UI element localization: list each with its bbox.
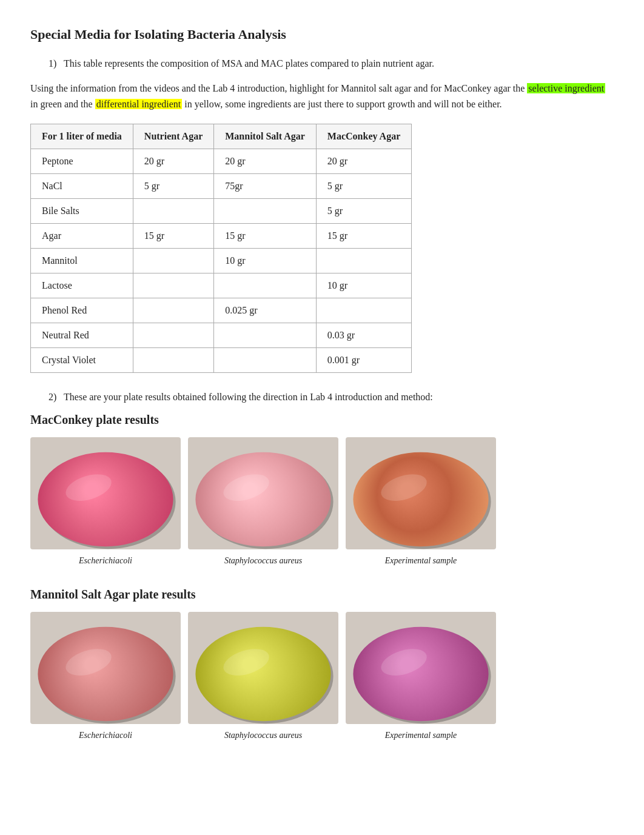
table-cell: Phenol Red [31, 298, 133, 323]
plate-image [346, 612, 496, 724]
plate-image [188, 437, 338, 549]
plate-item: Escherichiacoli [30, 612, 181, 742]
question-1: 1) This table represents the composition… [49, 56, 614, 71]
differential-ingredient-highlight: differential ingredient [95, 99, 183, 109]
plate-image [188, 612, 338, 724]
table-cell: 10 gr [214, 249, 317, 273]
table-cell: 0.025 gr [214, 298, 317, 323]
table-cell: 5 gr [133, 174, 213, 199]
question-2: 2) These are your plate results obtained… [49, 390, 614, 404]
table-cell: 0.001 gr [316, 348, 411, 373]
plate-label: Staphylococcus aureus [224, 554, 302, 567]
table-cell [133, 273, 213, 298]
table-cell: 20 gr [316, 149, 411, 174]
table-row: Mannitol10 gr [31, 249, 412, 273]
table-cell: 10 gr [316, 273, 411, 298]
plate-image [346, 437, 496, 549]
table-cell: Lactose [31, 273, 133, 298]
table-cell: 0.03 gr [316, 323, 411, 348]
table-header-cell: Mannitol Salt Agar [214, 124, 317, 149]
macconkey-plate-grid: EscherichiacoliStaphylococcus aureusExpe… [30, 437, 614, 567]
table-cell [133, 298, 213, 323]
mannitol-section: Mannitol Salt Agar plate results Escheri… [30, 585, 614, 742]
table-cell [316, 249, 411, 273]
table-cell [316, 298, 411, 323]
table-row: Bile Salts5 gr [31, 199, 412, 224]
table-header-cell: MacConkey Agar [316, 124, 411, 149]
table-cell [133, 249, 213, 273]
table-cell: 5 gr [316, 199, 411, 224]
table-cell [133, 348, 213, 373]
table-row: Crystal Violet0.001 gr [31, 348, 412, 373]
mannitol-title: Mannitol Salt Agar plate results [30, 585, 614, 603]
q2-label: 2) [49, 392, 56, 402]
table-cell [133, 199, 213, 224]
table-cell: NaCl [31, 174, 133, 199]
table-cell: 75gr [214, 174, 317, 199]
table-cell: 15 gr [133, 224, 213, 249]
table-cell [214, 348, 317, 373]
plate-item: Experimental sample [346, 612, 496, 742]
plate-label: Experimental sample [385, 554, 457, 567]
table-cell: Neutral Red [31, 323, 133, 348]
table-cell: Crystal Violet [31, 348, 133, 373]
table-row: Lactose10 gr [31, 273, 412, 298]
table-cell: Peptone [31, 149, 133, 174]
plate-image [30, 437, 181, 549]
table-cell: 15 gr [316, 224, 411, 249]
table-cell: 20 gr [214, 149, 317, 174]
table-row: Neutral Red0.03 gr [31, 323, 412, 348]
plate-image [30, 612, 181, 724]
selective-ingredient-highlight: selective ingredient [527, 83, 605, 93]
table-row: Phenol Red0.025 gr [31, 298, 412, 323]
q1-label: 1) [49, 58, 56, 69]
table-cell: 15 gr [214, 224, 317, 249]
plate-item: Staphylococcus aureus [188, 612, 338, 742]
table-cell [133, 323, 213, 348]
q2-text: These are your plate results obtained fo… [64, 392, 433, 402]
table-cell [214, 323, 317, 348]
page-title: Special Media for Isolating Bacteria Ana… [30, 24, 614, 44]
table-row: Agar15 gr15 gr15 gr [31, 224, 412, 249]
plate-label: Experimental sample [385, 729, 457, 742]
intro-paragraph: Using the information from the videos an… [30, 81, 614, 112]
plate-item: Staphylococcus aureus [188, 437, 338, 567]
table-header-cell: Nutrient Agar [133, 124, 213, 149]
table-cell: Bile Salts [31, 199, 133, 224]
table-cell [214, 273, 317, 298]
plate-label: Escherichiacoli [79, 729, 132, 742]
table-cell [214, 199, 317, 224]
plate-label: Staphylococcus aureus [224, 729, 302, 742]
table-row: Peptone20 gr20 gr20 gr [31, 149, 412, 174]
table-cell: Mannitol [31, 249, 133, 273]
plate-item: Escherichiacoli [30, 437, 181, 567]
table-cell: Agar [31, 224, 133, 249]
intro-part2: in yellow, some ingredients are just the… [182, 99, 501, 109]
table-cell: 5 gr [316, 174, 411, 199]
composition-table: For 1 liter of mediaNutrient AgarMannito… [30, 124, 412, 373]
intro-middle: in green and the [30, 99, 95, 109]
intro-part1: Using the information from the videos an… [30, 83, 527, 93]
plate-item: Experimental sample [346, 437, 496, 567]
macconkey-title: MacConkey plate results [30, 411, 614, 429]
macconkey-section: MacConkey plate results EscherichiacoliS… [30, 411, 614, 567]
table-row: NaCl5 gr75gr5 gr [31, 174, 412, 199]
plate-label: Escherichiacoli [79, 554, 132, 567]
mannitol-plate-grid: EscherichiacoliStaphylococcus aureusExpe… [30, 612, 614, 742]
table-cell: 20 gr [133, 149, 213, 174]
table-header-cell: For 1 liter of media [31, 124, 133, 149]
q1-text: This table represents the composition of… [64, 58, 434, 69]
